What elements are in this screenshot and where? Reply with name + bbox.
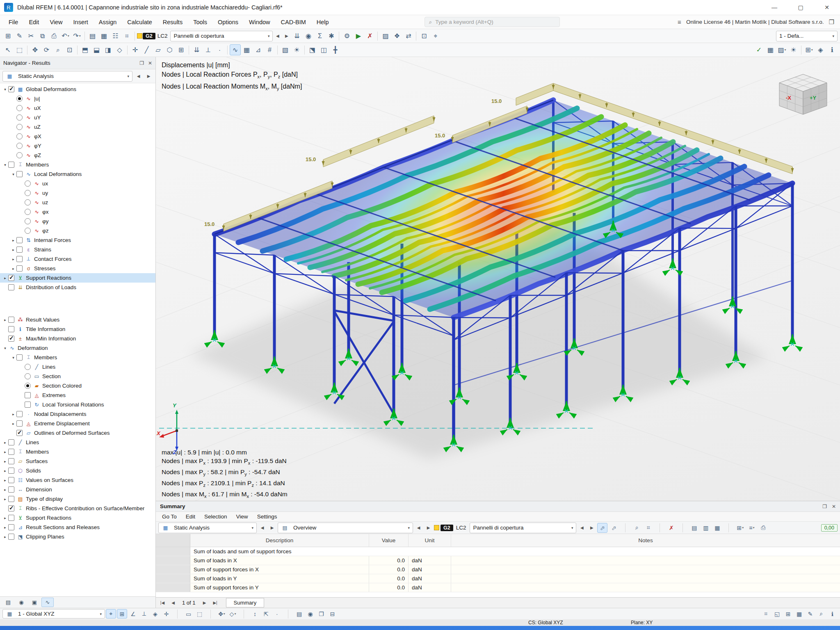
tree-item[interactable]: ▾ ⌶ Members (0, 160, 155, 169)
tree-item-label[interactable]: Support Reactions (26, 515, 71, 521)
tree-item-control[interactable] (25, 190, 31, 196)
hamburger-icon[interactable]: ≡ (678, 18, 681, 25)
tree-item-control[interactable] (16, 152, 23, 158)
background[interactable]: ❐ (316, 609, 326, 619)
tree-item-label[interactable]: Lines (42, 364, 55, 370)
tree-item[interactable]: ± Max/Min Information (0, 334, 155, 343)
toolbar-button[interactable] (83, 31, 87, 41)
col-value[interactable]: Value (369, 534, 409, 547)
col-notes[interactable]: Notes (451, 534, 840, 547)
calculate[interactable]: ▶ (353, 30, 364, 41)
expander-icon[interactable]: ▸ (10, 412, 16, 416)
tree-item-label[interactable]: Result Values (26, 317, 59, 323)
menu-item[interactable]: Options (212, 15, 244, 29)
tree-item[interactable]: ∿ φx (0, 207, 155, 217)
summary-toolbar-button[interactable] (655, 523, 665, 533)
clipping[interactable]: ⬔ (307, 44, 318, 55)
tree-item-control[interactable] (8, 496, 14, 502)
tree-item-label[interactable]: |u| (34, 96, 40, 102)
tree-item[interactable]: ▸ ▱ Surfaces (0, 457, 155, 466)
expander-icon[interactable]: ▸ (10, 267, 16, 271)
origin[interactable]: ⇱ (261, 609, 271, 619)
panel-float-icon[interactable]: ❐ (829, 18, 834, 26)
tab-data[interactable]: ▤ (2, 598, 14, 607)
tree-item-label[interactable]: Type of display (26, 496, 63, 502)
coordinate-system-combo[interactable]: ▦ 1 - Global XYZ ▾ (2, 609, 105, 619)
node-tool[interactable]: ✛ (130, 44, 141, 55)
tree-item-control[interactable] (8, 458, 14, 464)
object-snap[interactable]: ◈ (150, 609, 160, 619)
tree-item-control[interactable] (8, 486, 14, 493)
hinge-tool[interactable]: ∙ (214, 44, 225, 55)
tree-item-control[interactable] (8, 317, 14, 323)
cut[interactable]: ✂ (25, 30, 37, 41)
expander-icon[interactable]: ▸ (2, 276, 8, 280)
tree-item[interactable]: ▸ ╱ Lines (0, 438, 155, 447)
edit[interactable]: ✎ (14, 30, 25, 41)
tree-item[interactable]: ∿ uY (0, 113, 155, 122)
center-snap[interactable]: ∙ (272, 609, 282, 619)
menu-item[interactable]: CAD-BIM (276, 15, 311, 29)
tree-item[interactable]: ⌶ Ribs - Effective Contribution on Surfa… (0, 504, 155, 513)
print[interactable]: ⎙ (48, 30, 59, 41)
tree-item[interactable] (0, 292, 155, 315)
expander-icon[interactable]: ▸ (2, 525, 8, 530)
calculation-settings[interactable]: ⚙ (341, 30, 352, 41)
toolbar-button[interactable] (226, 45, 229, 55)
snap-settings[interactable]: ⌖ (430, 30, 441, 41)
toolbar-button[interactable] (205, 609, 216, 619)
expander-icon[interactable]: ▸ (2, 459, 8, 463)
tree-item-control[interactable] (16, 420, 23, 427)
cube-face-plus-y[interactable]: +Y (810, 95, 816, 101)
expander-icon[interactable]: ▾ (10, 172, 16, 176)
plane-select[interactable]: ◇ ▾ (228, 609, 238, 619)
tree-item-label[interactable]: Solids (26, 468, 41, 474)
summary-menu-item[interactable]: View (232, 512, 253, 521)
summary-analysis-combo[interactable]: ▦ Static Analysis ▾ (158, 523, 257, 533)
next-result-button[interactable]: ▶ (144, 71, 153, 82)
tree-item-label[interactable]: φX (34, 133, 41, 139)
insert-object[interactable]: ⊡ (418, 30, 429, 41)
toolbar-button[interactable] (126, 45, 129, 55)
tree-item[interactable]: ▸ ▨ Type of display (0, 494, 155, 504)
layers[interactable]: ▤ (294, 609, 304, 619)
tree-item-control[interactable] (16, 247, 23, 253)
table-layout-1[interactable]: ▤ (689, 523, 699, 533)
menu-item[interactable]: Window (244, 15, 276, 29)
ortho-mode[interactable]: ∠ (128, 609, 138, 619)
summary-toolbar-button[interactable] (620, 523, 630, 533)
minimize-button[interactable]: — (761, 0, 788, 15)
tree-item-control[interactable] (8, 515, 14, 521)
menu-item[interactable]: Assign (94, 15, 122, 29)
tree-item[interactable]: ▸ ⬡ Solids (0, 466, 155, 475)
tree-item[interactable]: ↻ Local Torsional Rotations (0, 400, 155, 409)
grid-tables[interactable]: ▦ (98, 30, 110, 41)
copy[interactable]: ⧉ (37, 30, 48, 41)
tree-item[interactable]: ▸ ⊻ Support Reactions (0, 513, 155, 523)
tree-item-control[interactable] (25, 180, 31, 187)
tree-item-control[interactable] (16, 411, 23, 417)
work-plane[interactable]: ◫ (318, 44, 329, 55)
prev-view-button[interactable]: ◀ (414, 523, 423, 533)
last-page-button[interactable]: ▶| (210, 598, 220, 607)
summary-toolbar-button[interactable] (678, 523, 688, 533)
tree-item[interactable]: ▸ ↔ Dimension (0, 485, 155, 494)
summary-menu-item[interactable]: Settings (253, 512, 282, 521)
tree-item[interactable]: ▾ ▦ Global Deformations (0, 84, 155, 94)
tree-item-label[interactable]: Title Information (26, 326, 65, 332)
tree-item[interactable]: ▸ ⟂ Contact Forces (0, 254, 155, 264)
select[interactable]: ↖ (2, 44, 14, 55)
toolbar-button[interactable] (414, 31, 418, 41)
line-tool[interactable]: ╱ (141, 44, 152, 55)
tree-item[interactable]: ╱ Lines (0, 362, 155, 372)
tree-item[interactable]: ▾ ∿ Local Deformations (0, 169, 155, 179)
expander-icon[interactable]: ▸ (10, 422, 16, 426)
tree-item[interactable]: ▸ ☷ Values on Surfaces (0, 475, 155, 485)
tree-item-label[interactable]: Section Colored (42, 383, 82, 389)
tree-item-control[interactable] (16, 430, 23, 436)
view-front[interactable]: ⬓ (91, 44, 102, 55)
find-object[interactable]: ⌕ (816, 609, 826, 619)
select-box[interactable]: ⬚ (14, 44, 25, 55)
tree-item-control[interactable] (8, 505, 14, 511)
col-unit[interactable]: Unit (409, 534, 451, 547)
